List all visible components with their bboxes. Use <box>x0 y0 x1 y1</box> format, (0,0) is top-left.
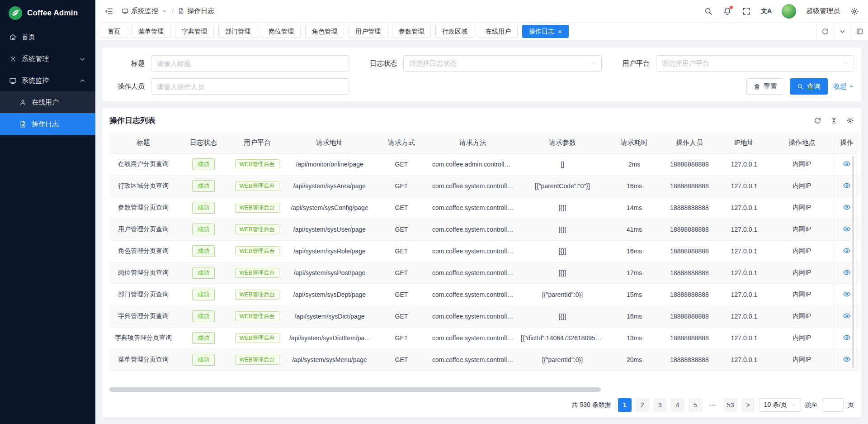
tab-label: 用户管理 <box>355 28 381 36</box>
page-button[interactable]: 53 <box>724 398 737 412</box>
column-settings-gear-icon[interactable] <box>846 117 854 124</box>
search-icon[interactable] <box>704 7 713 16</box>
view-detail-icon[interactable] <box>843 225 851 233</box>
log-title-cell: 岗位管理分页查询 <box>109 262 177 284</box>
logo-icon <box>8 6 23 20</box>
platform-cell: WEB管理后台 <box>230 197 285 219</box>
tab[interactable]: 用户管理 <box>349 25 387 38</box>
table-row: 部门管理分页查询 成功 WEB管理后台 /api/system/sysDept/… <box>109 284 859 305</box>
view-detail-icon[interactable] <box>843 333 851 342</box>
request-params-cell: [{"parentId":0}] <box>517 284 608 305</box>
sidebar-collapse-icon[interactable] <box>104 7 113 16</box>
sidebar-item-label: 系统管理 <box>22 55 49 63</box>
tab[interactable]: 在线用户 <box>479 25 518 38</box>
log-status-select[interactable]: 请选择日志状态 <box>403 55 601 71</box>
avatar[interactable] <box>782 4 796 19</box>
tab-label: 在线用户 <box>486 28 511 36</box>
view-detail-icon[interactable] <box>843 268 851 276</box>
sidebar-item-operation-log[interactable]: 操作日志 <box>0 113 95 135</box>
reset-button[interactable]: 重置 <box>746 78 784 95</box>
title-input[interactable] <box>151 55 349 71</box>
search-icon <box>797 83 804 90</box>
operator-input[interactable] <box>151 78 349 95</box>
operator-cell: 18888888888 <box>661 175 718 197</box>
location-cell: 内网IP <box>770 349 834 371</box>
page-button[interactable]: 1 <box>618 398 632 412</box>
request-url-cell: /api/system/sysRole/page <box>285 240 374 262</box>
view-detail-icon[interactable] <box>843 355 851 363</box>
main-area: 系统监控 / 操作日志 文A <box>95 0 868 424</box>
operator-cell: 18888888888 <box>661 219 718 240</box>
vertical-scrollbar-thumb[interactable] <box>852 156 854 368</box>
action-cell <box>834 175 859 197</box>
view-detail-icon[interactable] <box>843 312 851 320</box>
page-button[interactable]: 3 <box>653 398 667 412</box>
page-button[interactable]: 4 <box>671 398 684 412</box>
chevron-up-icon <box>849 84 854 89</box>
request-params-cell: [{"parentId":0}] <box>517 349 608 371</box>
tab[interactable]: 行政区域 <box>435 25 474 38</box>
tabs-menu-button[interactable] <box>834 23 851 40</box>
duration-cell: 13ms <box>608 327 661 349</box>
next-page-button[interactable]: > <box>741 398 755 412</box>
page-button[interactable]: 5 <box>689 398 702 412</box>
tab[interactable]: 部门管理 <box>218 25 257 38</box>
horizontal-scrollbar-thumb[interactable] <box>109 387 601 392</box>
action-cell <box>834 327 859 349</box>
tab[interactable]: 岗位管理 <box>262 25 301 38</box>
tab[interactable]: 菜单管理 <box>132 25 170 38</box>
view-detail-icon[interactable] <box>843 160 851 168</box>
table-title: 操作日志列表 <box>109 115 156 126</box>
sidebar-item-system-management[interactable]: 系统管理 <box>0 48 95 70</box>
request-method-cell: GET <box>374 153 429 175</box>
action-cell <box>834 240 859 262</box>
content-layout-button[interactable] <box>851 23 868 40</box>
sidebar-item-online-users[interactable]: 在线用户 <box>0 91 95 113</box>
log-status-cell: 成功 <box>177 219 230 240</box>
action-cell <box>834 153 859 175</box>
tab[interactable]: 参数管理 <box>392 25 431 38</box>
request-method-cell: GET <box>374 219 429 240</box>
page-button[interactable]: ••• <box>706 398 720 412</box>
logo[interactable]: Coffee Admin <box>0 0 95 26</box>
operator-cell: 18888888888 <box>661 327 718 349</box>
fullscreen-icon[interactable] <box>742 7 751 16</box>
view-detail-icon[interactable] <box>843 290 851 298</box>
user-platform-select[interactable]: 请选择用户平台 <box>656 55 854 71</box>
view-detail-icon[interactable] <box>843 181 851 190</box>
page-size-select[interactable]: 10 条/页 <box>759 398 801 412</box>
breadcrumb-system-monitor[interactable]: 系统监控 <box>122 7 168 15</box>
tabs-refresh-button[interactable] <box>816 23 834 40</box>
tab[interactable]: 字典管理 <box>175 25 214 38</box>
duration-cell: 16ms <box>608 305 661 327</box>
topbar: 系统监控 / 操作日志 文A <box>95 0 868 23</box>
tab[interactable]: 角色管理 <box>305 25 344 38</box>
location-cell: 内网IP <box>770 327 834 349</box>
duration-cell: 16ms <box>608 175 661 197</box>
query-button[interactable]: 查询 <box>790 78 828 95</box>
current-user-name[interactable]: 超级管理员 <box>806 7 840 15</box>
view-detail-icon[interactable] <box>843 247 851 255</box>
settings-gear-icon[interactable] <box>850 7 859 16</box>
status-badge: 成功 <box>192 332 215 344</box>
sidebar-item-home[interactable]: 首页 <box>0 26 95 48</box>
log-table: 标题 日志状态 用户平台 请求地址 请求方式 请求 <box>109 133 854 371</box>
log-status-cell: 成功 <box>177 284 230 305</box>
ip-cell: 127.0.0.1 <box>718 197 770 219</box>
gear-icon <box>9 55 17 63</box>
tab[interactable]: 首页 <box>101 25 127 38</box>
page-button[interactable]: 2 <box>636 398 649 412</box>
jump-page-input[interactable] <box>822 398 844 412</box>
platform-badge: WEB管理后台 <box>235 311 279 322</box>
tab[interactable]: 操作日志 × <box>522 25 569 38</box>
refresh-icon[interactable] <box>814 117 821 124</box>
view-detail-icon[interactable] <box>843 203 851 211</box>
sidebar-item-system-monitor[interactable]: 系统监控 <box>0 70 95 91</box>
notification-bell[interactable] <box>723 7 732 16</box>
monitor-icon <box>122 8 128 14</box>
translate-icon[interactable]: 文A <box>761 7 772 15</box>
collapse-filter-link[interactable]: 收起 <box>833 82 854 91</box>
tab-close-icon[interactable]: × <box>558 28 562 35</box>
density-icon[interactable] <box>830 117 838 124</box>
duration-cell: 41ms <box>608 219 661 240</box>
